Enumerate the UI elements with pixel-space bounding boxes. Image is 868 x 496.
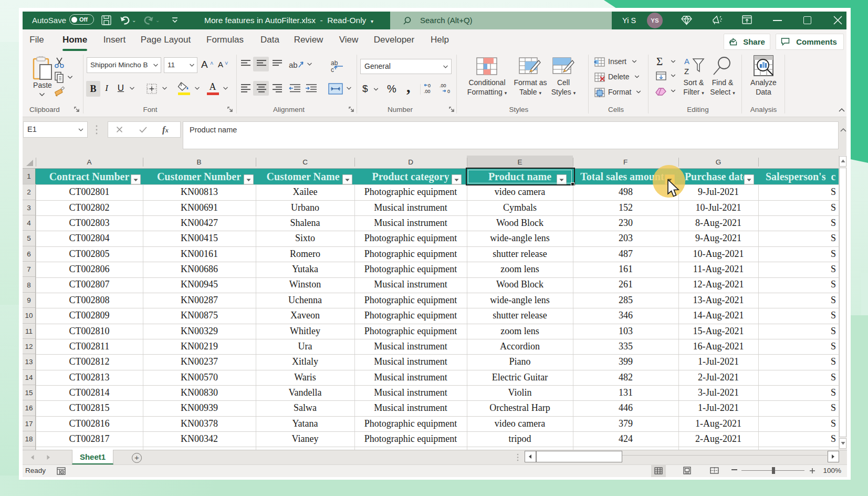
svg-text:0: 0	[428, 83, 431, 88]
svg-text:c: c	[331, 66, 334, 73]
svg-text:A: A	[684, 57, 689, 66]
svg-text:.00: .00	[440, 83, 446, 88]
svg-text:0: 0	[447, 89, 450, 94]
svg-text:ab: ab	[331, 59, 338, 67]
svg-text:Z: Z	[684, 67, 689, 76]
svg-text:.00: .00	[424, 89, 431, 94]
svg-text:ab: ab	[289, 60, 298, 69]
